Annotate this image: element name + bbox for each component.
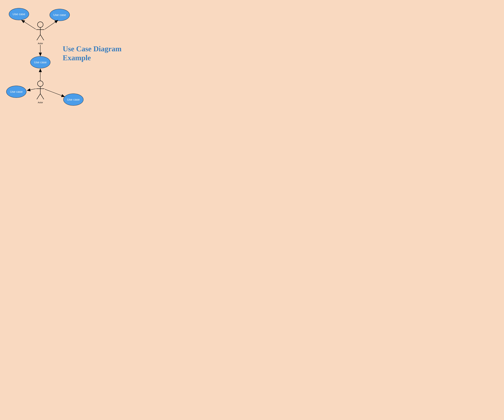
title-line-2: Example: [63, 53, 122, 62]
arrow-actor1-uc2: [45, 20, 58, 29]
title-line-1: Use Case Diagram: [63, 44, 122, 53]
diagram-title: Use Case Diagram Example: [63, 44, 122, 62]
arrow-actor2-uc4: [27, 89, 36, 90]
arrow-actor1-uc1: [21, 20, 36, 29]
arrow-actor2-uc5: [45, 89, 65, 97]
